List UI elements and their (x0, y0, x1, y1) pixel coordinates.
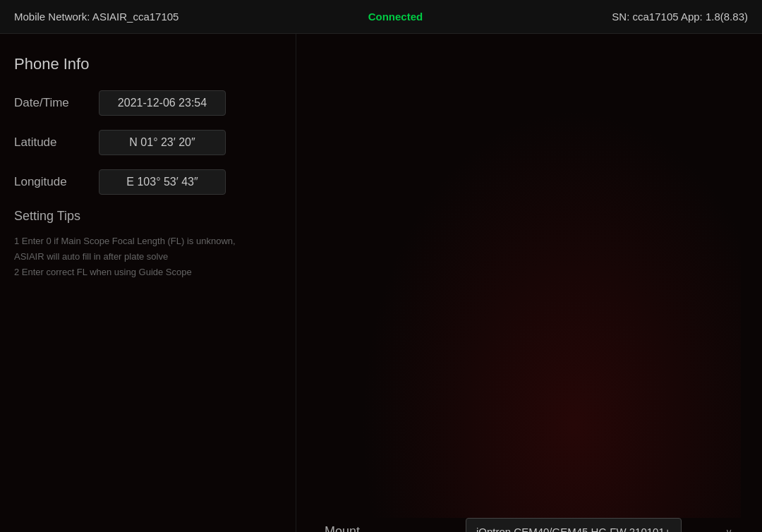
right-panel: Mount iOptron CEM40/GEM45 HC-FW 210101+ … (296, 34, 762, 532)
left-panel: Phone Info Date/Time 2021-12-06 23:54 La… (0, 34, 296, 532)
header-bar: Mobile Network: ASIAIR_cca17105 Connecte… (0, 0, 762, 34)
latitude-row: Latitude N 01° 23′ 20″ (14, 130, 282, 155)
sn-label: SN: cca17105 App: 1.8(8.83) (612, 11, 748, 23)
date-time-label: Date/Time (14, 96, 99, 110)
mount-row: Mount iOptron CEM40/GEM45 HC-FW 210101+ (325, 518, 741, 532)
date-time-row: Date/Time 2021-12-06 23:54 (14, 90, 282, 116)
bg-glow (325, 55, 741, 518)
longitude-value: E 103° 53′ 43″ (99, 169, 226, 195)
mount-select[interactable]: iOptron CEM40/GEM45 HC-FW 210101+ (466, 518, 682, 532)
main-content: Phone Info Date/Time 2021-12-06 23:54 La… (0, 34, 762, 532)
mount-select-wrapper: iOptron CEM40/GEM45 HC-FW 210101+ (466, 518, 741, 532)
date-time-value: 2021-12-06 23:54 (99, 90, 226, 116)
latitude-value: N 01° 23′ 20″ (99, 130, 226, 155)
connected-status: Connected (368, 11, 423, 23)
setting-tips-text: 1 Enter 0 if Main Scope Focal Length (FL… (14, 234, 282, 280)
longitude-row: Longitude E 103° 53′ 43″ (14, 169, 282, 195)
latitude-label: Latitude (14, 135, 99, 150)
network-label: Mobile Network: ASIAIR_cca17105 (14, 11, 179, 23)
longitude-label: Longitude (14, 175, 99, 189)
mount-label: Mount (325, 524, 466, 532)
setting-tips-title: Setting Tips (14, 209, 282, 224)
phone-info-title: Phone Info (14, 55, 282, 73)
